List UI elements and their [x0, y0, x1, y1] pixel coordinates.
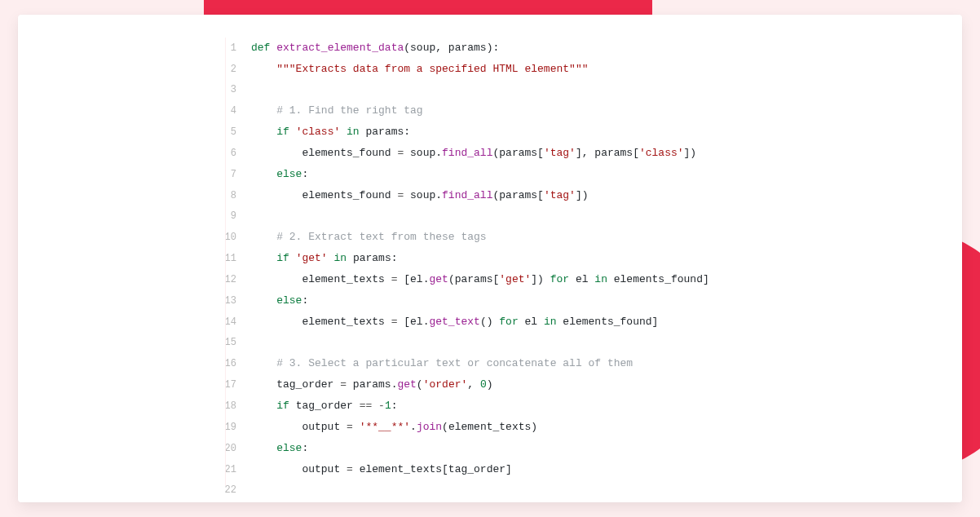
token: def: [251, 42, 270, 54]
token: [251, 294, 276, 307]
code-line: 2 """Extracts data from a specified HTML…: [222, 59, 962, 80]
token: [289, 252, 296, 264]
code-line: 7 else:: [222, 164, 962, 185]
code-line: 23 return output: [222, 501, 962, 502]
code-line: 16 # 3. Select a particular text or conc…: [222, 353, 962, 374]
token: :: [391, 400, 398, 412]
token: params:: [347, 252, 397, 264]
token: """Extracts data from a specified HTML e…: [276, 63, 588, 75]
token: '**__**': [360, 421, 410, 433]
code-line: 9: [222, 206, 962, 227]
token: in: [347, 126, 360, 138]
token: soup.: [404, 147, 442, 159]
line-number: 15: [222, 333, 251, 353]
token: (soup, params):: [404, 42, 499, 54]
token: get_text: [429, 316, 479, 328]
code-line: 17 tag_order = params.get('order', 0): [222, 374, 962, 395]
token: for: [499, 316, 518, 328]
token: (): [480, 316, 499, 328]
line-content: else:: [251, 290, 308, 311]
line-content: else:: [251, 438, 308, 458]
token: in: [594, 273, 607, 285]
token: (: [417, 378, 423, 391]
token: 'tag': [544, 189, 576, 201]
token: [251, 231, 276, 243]
token: tag_order: [251, 378, 340, 391]
line-number: 19: [222, 418, 251, 438]
token: element_texts: [251, 273, 391, 285]
line-content: element_texts = [el.get_text() for el in…: [251, 312, 658, 332]
token: params:: [360, 126, 410, 138]
line-number: 9: [222, 206, 251, 227]
token: 'order': [423, 378, 468, 391]
token: element_texts: [251, 316, 391, 328]
token: ,: [467, 378, 480, 391]
token: 'tag': [544, 147, 576, 159]
code-line: 22: [222, 480, 962, 501]
line-number: 5: [222, 122, 251, 143]
token: soup.: [404, 189, 442, 201]
line-content: return output: [251, 501, 360, 502]
code-line: 8 elements_found = soup.find_all(params[…: [222, 185, 962, 206]
token: -: [378, 400, 385, 412]
token: element_texts[tag_order]: [353, 463, 512, 475]
token: if: [276, 400, 289, 412]
token: [251, 126, 276, 138]
code-line: 10 # 2. Extract text from these tags: [222, 227, 962, 248]
line-number: 13: [222, 291, 251, 312]
line-content: output = '**__**'.join(element_texts): [251, 417, 537, 437]
token: # 2. Extract text from these tags: [276, 231, 486, 243]
line-content: if 'class' in params:: [251, 122, 410, 142]
token: get: [429, 273, 448, 285]
token: 0: [480, 378, 487, 391]
line-number: 18: [222, 396, 251, 417]
token: =: [347, 463, 353, 475]
token: elements_found: [251, 189, 397, 201]
line-number: 7: [222, 165, 251, 185]
token: [289, 126, 296, 138]
token: output: [251, 463, 347, 475]
code-line: 6 elements_found = soup.find_all(params[…: [222, 143, 962, 164]
token: output: [251, 421, 347, 433]
line-number: 3: [222, 80, 251, 100]
token: [340, 126, 347, 138]
token: extract_element_data: [276, 42, 404, 54]
code-line: 21 output = element_texts[tag_order]: [222, 459, 962, 480]
line-content: output = element_texts[tag_order]: [251, 459, 512, 479]
token: ]): [576, 189, 589, 201]
token: (params[: [492, 147, 543, 159]
token: el: [569, 273, 594, 285]
token: get: [397, 378, 416, 391]
line-content: else:: [251, 164, 308, 184]
token: =: [340, 378, 347, 391]
token: elements_found: [251, 147, 397, 159]
line-number: 20: [222, 439, 251, 459]
token: =: [347, 421, 353, 433]
line-content: elements_found = soup.find_all(params['t…: [251, 185, 589, 205]
token: :: [302, 168, 308, 180]
token: join: [417, 421, 442, 433]
token: params.: [347, 378, 397, 391]
token: :: [302, 294, 308, 307]
line-content: tag_order = params.get('order', 0): [251, 374, 493, 395]
code-line: 15: [222, 333, 962, 353]
code-line: 13 else:: [222, 290, 962, 312]
token: [251, 357, 276, 369]
token: find_all: [442, 189, 492, 201]
code-line: 5 if 'class' in params:: [222, 122, 962, 143]
token: else: [276, 294, 302, 307]
token: 'class': [639, 147, 684, 159]
token: ]): [531, 273, 550, 285]
token: # 1. Find the right tag: [276, 104, 422, 117]
token: [251, 442, 276, 454]
token: find_all: [442, 147, 492, 159]
code-line: 14 element_texts = [el.get_text() for el…: [222, 312, 962, 333]
line-number: 6: [222, 144, 251, 164]
token: [el.: [397, 273, 429, 285]
line-number: 2: [222, 60, 251, 80]
token: ]): [684, 147, 697, 159]
code-line: 4 # 1. Find the right tag: [222, 100, 962, 122]
token: [251, 252, 276, 264]
line-content: element_texts = [el.get(params['get']) f…: [251, 269, 709, 289]
line-number: 12: [222, 270, 251, 290]
